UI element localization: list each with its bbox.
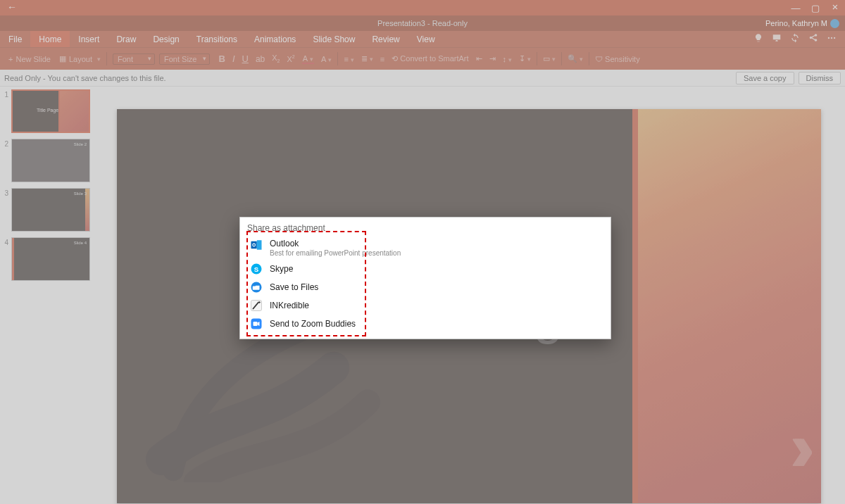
chevron-decoration-icon: ›››› bbox=[791, 408, 800, 486]
tab-insert[interactable]: Insert bbox=[70, 31, 108, 47]
underline-button[interactable]: U bbox=[242, 53, 249, 64]
thumb-number: 3 bbox=[1, 188, 8, 197]
share-dialog-title: Share as attachment bbox=[240, 218, 611, 237]
svg-point-1 bbox=[831, 37, 832, 39]
thumb-3-title: Slide 3 bbox=[74, 191, 87, 196]
share-option-save-files[interactable]: Save to Files bbox=[240, 278, 611, 296]
bullets-button[interactable]: ≡ bbox=[344, 55, 353, 63]
overflow-icon[interactable] bbox=[827, 33, 837, 45]
files-icon bbox=[250, 281, 263, 294]
font-name-combo[interactable]: Font bbox=[113, 53, 155, 65]
tab-slideshow[interactable]: Slide Show bbox=[304, 31, 363, 47]
tab-file[interactable]: File bbox=[0, 31, 30, 47]
find-button[interactable]: 🔍 bbox=[568, 54, 583, 63]
superscript-button[interactable]: X2 bbox=[287, 54, 295, 63]
tab-view[interactable]: View bbox=[408, 31, 444, 47]
highlight-button[interactable]: A bbox=[321, 55, 332, 63]
dismiss-button[interactable]: Dismiss bbox=[799, 72, 841, 84]
subscript-button[interactable]: X2 bbox=[272, 53, 280, 63]
maximize-icon[interactable]: ▢ bbox=[806, 3, 825, 13]
tab-draw[interactable]: Draw bbox=[108, 31, 144, 47]
indent-right-button[interactable]: ⇥ bbox=[489, 54, 496, 63]
tab-animations[interactable]: Animations bbox=[246, 31, 304, 47]
save-copy-button[interactable]: Save a copy bbox=[736, 72, 794, 84]
lightbulb-icon[interactable] bbox=[753, 33, 763, 45]
indent-left-button[interactable]: ⇤ bbox=[476, 54, 482, 63]
svg-rect-12 bbox=[254, 322, 258, 326]
inkredible-icon bbox=[250, 299, 263, 312]
close-icon[interactable]: × bbox=[825, 3, 845, 13]
thumb-number: 4 bbox=[1, 237, 8, 246]
share-skype-label: Skype bbox=[270, 264, 293, 274]
thumb-2-title: Slide 2 bbox=[74, 142, 87, 146]
thumb-4[interactable]: 4 Slide 4 bbox=[1, 237, 92, 281]
strike-button[interactable]: ab bbox=[256, 54, 265, 64]
minimize-icon[interactable]: — bbox=[786, 3, 806, 13]
read-only-message-bar: Read Only - You can't save changes to th… bbox=[0, 70, 845, 87]
share-option-skype[interactable]: S Skype bbox=[240, 260, 611, 278]
svg-text:S: S bbox=[254, 265, 259, 273]
thumb-1-title: Title Page bbox=[37, 108, 58, 113]
slide-thumbnails-panel: 1 Title Page 2 Slide 2 3 Slide 3 4 Slide… bbox=[0, 87, 93, 504]
tab-review[interactable]: Review bbox=[363, 31, 408, 47]
share-attachment-dialog: Share as attachment Outlook Best for ema… bbox=[239, 217, 611, 339]
thumb-4-title: Slide 4 bbox=[74, 241, 87, 245]
avatar-icon bbox=[830, 19, 839, 28]
ribbon-tabs: File Home Insert Draw Design Transitions… bbox=[0, 31, 845, 47]
read-only-text: Read Only - You can't save changes to th… bbox=[4, 74, 166, 82]
svg-rect-4 bbox=[257, 240, 262, 250]
document-title: Presentation3 - Read-only bbox=[0, 19, 845, 27]
font-color-button[interactable]: A bbox=[302, 54, 314, 64]
new-slide-button[interactable]: + New Slide bbox=[8, 55, 51, 63]
thumb-2[interactable]: 2 Slide 2 bbox=[1, 139, 92, 182]
svg-point-0 bbox=[828, 37, 830, 39]
share-inkredible-label: INKredible bbox=[270, 301, 309, 310]
tab-design[interactable]: Design bbox=[144, 31, 187, 47]
thumb-number: 1 bbox=[1, 89, 8, 99]
user-account[interactable]: Perino, Kathryn M bbox=[765, 19, 845, 28]
thumb-1[interactable]: 1 Title Page bbox=[1, 89, 92, 133]
share-option-inkredible[interactable]: INKredible bbox=[240, 296, 611, 315]
share-outlook-sub: Best for emailing PowerPoint presentatio… bbox=[270, 249, 401, 257]
zoom-icon bbox=[250, 317, 263, 330]
share-option-outlook[interactable]: Outlook Best for emailing PowerPoint pre… bbox=[240, 237, 611, 260]
thumb-3[interactable]: 3 Slide 3 bbox=[1, 188, 92, 232]
outlook-icon bbox=[250, 239, 263, 251]
share-icon[interactable] bbox=[808, 33, 818, 45]
bold-button[interactable]: B bbox=[218, 53, 225, 64]
font-size-combo[interactable]: Font Size bbox=[159, 53, 210, 65]
shapes-button[interactable]: ▭ bbox=[543, 54, 556, 63]
italic-button[interactable]: I bbox=[232, 53, 235, 64]
convert-smartart-button[interactable]: ⟲ Convert to SmartArt bbox=[392, 54, 468, 63]
share-outlook-label: Outlook bbox=[270, 239, 401, 248]
thumb-number: 2 bbox=[1, 139, 8, 148]
svg-point-2 bbox=[834, 37, 835, 39]
layout-button[interactable]: ▦ Layout bbox=[59, 54, 101, 63]
user-name: Perino, Kathryn M bbox=[765, 19, 827, 27]
ribbon-toolbar: + New Slide ▦ Layout Font Font Size B I … bbox=[0, 47, 845, 70]
numbering-button[interactable]: ≣ bbox=[361, 54, 373, 63]
line-spacing-button[interactable]: ↕ bbox=[503, 55, 513, 63]
title-bar: Presentation3 - Read-only Perino, Kathry… bbox=[0, 15, 845, 31]
sensitivity-button[interactable]: 🛡 Sensitivity bbox=[595, 55, 640, 63]
share-zoom-label: Send to Zoom Buddies bbox=[270, 319, 356, 329]
window-controls: — ▢ × bbox=[786, 3, 845, 13]
skype-icon: S bbox=[250, 263, 263, 275]
back-arrow-icon[interactable]: ← bbox=[0, 1, 24, 14]
sync-icon[interactable] bbox=[790, 33, 800, 45]
tab-transitions[interactable]: Transitions bbox=[188, 31, 246, 47]
share-option-zoom[interactable]: Send to Zoom Buddies bbox=[240, 315, 611, 333]
title-bar-top: ← — ▢ × bbox=[0, 0, 845, 15]
tab-home[interactable]: Home bbox=[30, 31, 70, 47]
svg-point-6 bbox=[253, 244, 255, 246]
present-icon[interactable] bbox=[772, 33, 782, 45]
share-files-label: Save to Files bbox=[270, 282, 318, 292]
text-direction-button[interactable]: ↧ bbox=[519, 54, 531, 63]
align-button[interactable]: ≡ bbox=[380, 55, 384, 63]
